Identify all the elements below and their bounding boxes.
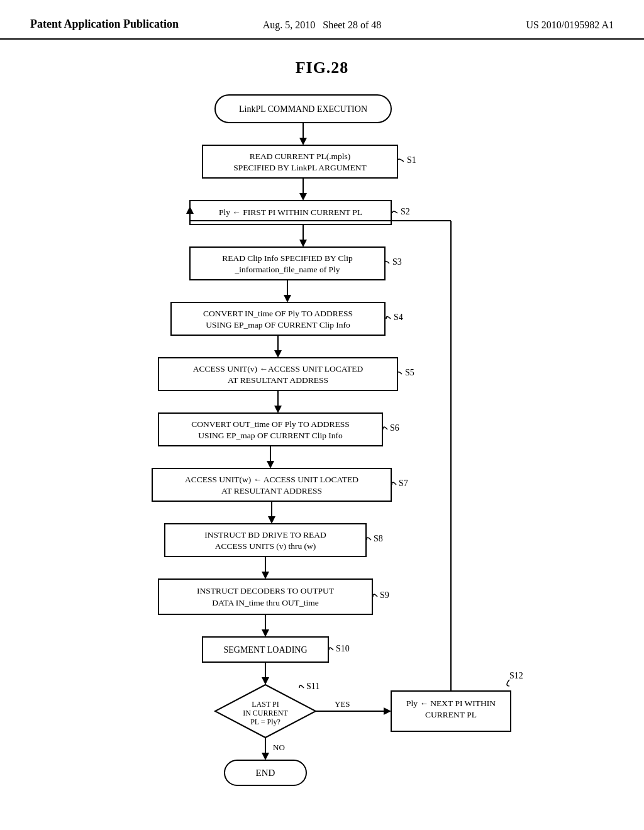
svg-marker-20	[267, 461, 274, 468]
s11-diamond-text1: LAST PI	[252, 700, 279, 709]
svg-marker-17	[274, 406, 282, 413]
s5-node-line2: AT RESULTANT ADDRESS	[228, 375, 328, 385]
svg-rect-9	[190, 247, 385, 280]
svg-marker-40	[262, 753, 269, 760]
svg-marker-34	[384, 707, 391, 715]
svg-rect-12	[171, 302, 385, 335]
svg-rect-18	[158, 413, 382, 446]
start-node: LinkPL COMMAND EXECUTION	[239, 104, 367, 114]
s10-node: SEGMENT LOADING	[223, 645, 307, 655]
s11-diamond-text2: IN CURRENT	[243, 709, 288, 717]
s8-label: S8	[374, 534, 383, 543]
s7-label: S7	[399, 479, 408, 488]
yes-label: YES	[335, 699, 350, 709]
s5-node-line1: ACCESS UNIT(v) ←ACCESS UNIT LOCATED	[193, 364, 364, 374]
publication-label: Patent Application Publication	[30, 18, 225, 31]
svg-marker-11	[284, 295, 291, 302]
s6-node-line1: CONVERT OUT_time OF Ply TO ADDRESS	[191, 419, 350, 429]
s1-node-line1: READ CURRENT PL(.mpls)	[250, 152, 351, 161]
s6-label: S6	[390, 423, 399, 433]
svg-rect-15	[158, 358, 397, 390]
svg-rect-27	[158, 579, 372, 614]
s4-node-line1: CONVERT IN_time OF Ply TO ADDRESS	[203, 309, 353, 318]
s9-label: S9	[380, 590, 389, 600]
s9-node-line2: DATA IN_time thru OUT_time	[212, 598, 319, 607]
no-label: NO	[273, 743, 285, 752]
svg-marker-5	[299, 193, 307, 201]
date-label: Aug. 5, 2010 Sheet 28 of 48	[225, 19, 419, 31]
s2-node: Ply ← FIRST PI WITHIN CURRENT PL	[219, 208, 362, 217]
s4-node-line2: USING EP_map OF CURRENT Clip Info	[206, 320, 350, 329]
svg-marker-29	[262, 629, 269, 637]
s1-label: S1	[407, 155, 416, 165]
s3-label: S3	[392, 257, 402, 267]
svg-marker-2	[299, 138, 307, 145]
s12-label: S12	[509, 671, 523, 680]
s12-node-line1: Ply ← NEXT PI WITHIN	[406, 699, 496, 708]
s10-label: S10	[336, 644, 350, 653]
end-node: END	[256, 768, 275, 778]
s11-label: S11	[306, 682, 319, 691]
s12-node-line2: CURRENT PL	[425, 710, 477, 719]
s4-label: S4	[394, 313, 403, 322]
s8-node-line2: ACCESS UNITS (v) thru (w)	[215, 541, 316, 551]
s8-node-line1: INSTRUCT BD DRIVE TO READ	[204, 530, 326, 540]
s2-label: S2	[401, 207, 410, 216]
svg-marker-23	[268, 516, 275, 524]
s5-label: S5	[405, 368, 414, 377]
page-header: Patent Application Publication Aug. 5, 2…	[0, 0, 644, 40]
s3-node-line1: READ Clip Info SPECIFIED BY Clip	[222, 253, 353, 263]
s6-node-line2: USING EP_map OF CURRENT Clip Info	[198, 431, 343, 440]
flowchart-svg: LinkPL COMMAND EXECUTION READ CURRENT PL…	[108, 89, 536, 780]
svg-rect-3	[203, 145, 397, 178]
fig-title: FIG.28	[296, 58, 349, 77]
s9-node-line1: INSTRUCT DECODERS TO OUTPUT	[197, 586, 335, 595]
svg-marker-32	[262, 677, 269, 685]
s1-node-line2: SPECIFIED BY LinkPL ARGUMENT	[233, 163, 367, 172]
diagram-container: FIG.28 LinkPL COMMAND EXECUTION READ CUR…	[0, 40, 644, 805]
svg-marker-8	[299, 240, 307, 247]
patent-number: US 2010/0195982 A1	[419, 19, 614, 31]
svg-marker-14	[274, 350, 282, 358]
svg-rect-21	[152, 468, 391, 501]
s7-node-line1: ACCESS UNIT(w) ← ACCESS UNIT LOCATED	[185, 475, 358, 484]
svg-marker-26	[262, 572, 269, 579]
s7-node-line2: AT RESULTANT ADDRESS	[221, 486, 322, 495]
s3-node-line2: _information_file_name of Ply	[234, 265, 340, 274]
svg-rect-24	[165, 524, 366, 556]
s11-diamond-text3: PL = Ply?	[250, 717, 280, 726]
